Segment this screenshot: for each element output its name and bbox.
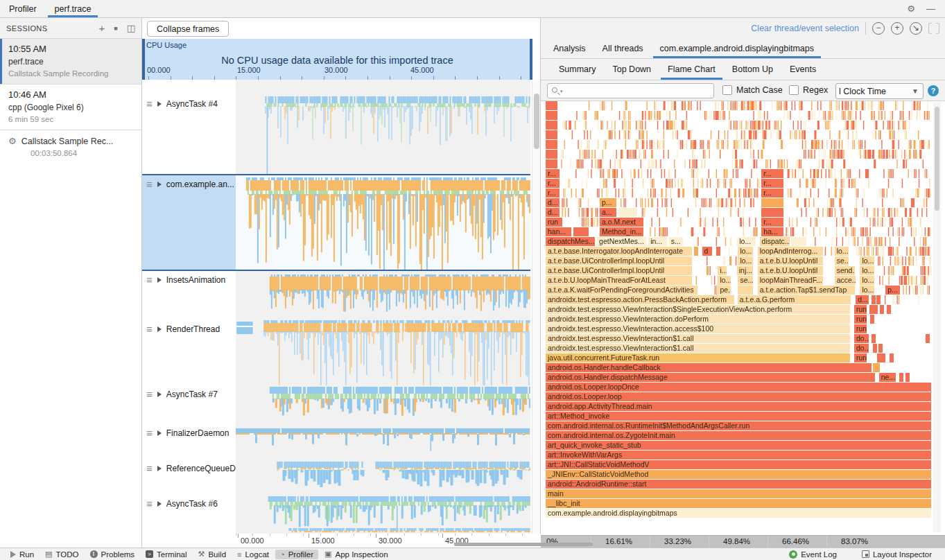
flame-segment[interactable] xyxy=(716,247,720,256)
flame-segment[interactable] xyxy=(546,130,557,139)
clock-type-dropdown[interactable]: l Clock Time ▼ xyxy=(835,83,924,99)
flame-segment[interactable] xyxy=(546,101,557,110)
thread-label[interactable]: ≡AsyncTask #7 xyxy=(142,385,236,424)
match-case-checkbox[interactable] xyxy=(722,85,732,95)
flame-segment[interactable]: acce... xyxy=(835,276,856,285)
thread-row[interactable]: ≡com.example.an... xyxy=(142,174,530,271)
session-item[interactable]: 10:55 AMperf.traceCallstack Sample Recor… xyxy=(0,39,141,85)
thread-label[interactable]: ≡AsyncTask #6 xyxy=(142,495,236,528)
thread-row[interactable]: ≡AsyncTask #4 xyxy=(142,80,530,174)
flame-segment[interactable] xyxy=(546,111,557,120)
flame-segment[interactable]: dispatc... xyxy=(760,237,790,246)
flame-segment[interactable]: android.os.Handler.dispatchMessage xyxy=(546,373,875,382)
settings-gear-icon[interactable]: ⚙ xyxy=(907,3,915,14)
subtab-top-down[interactable]: Top Down xyxy=(604,59,659,80)
flame-segment[interactable]: a... xyxy=(600,208,616,217)
flame-segment[interactable]: android.os.Looper.loop xyxy=(546,392,931,401)
flame-segment[interactable]: lo... xyxy=(860,256,874,265)
thread-activity-chart[interactable] xyxy=(236,495,530,528)
drag-handle-icon[interactable]: ≡ xyxy=(146,430,153,437)
drag-handle-icon[interactable]: ≡ xyxy=(146,326,153,333)
session-item[interactable]: 10:46 AMcpp (Google Pixel 6)6 min 59 sec xyxy=(0,85,141,130)
flame-segment[interactable]: run xyxy=(854,324,867,333)
minimize-icon[interactable]: — xyxy=(926,3,935,14)
expand-arrow-icon[interactable] xyxy=(157,501,162,507)
flame-segment[interactable]: r... xyxy=(546,179,560,188)
flame-segment[interactable]: a.t.e.base.UiControllerImpl.loopUntil xyxy=(546,256,692,265)
flame-segment[interactable]: p... xyxy=(885,286,900,295)
flame-segment[interactable]: s... xyxy=(669,237,683,246)
thread-activity-chart[interactable] xyxy=(236,80,530,174)
flame-segment[interactable]: d... xyxy=(546,198,560,207)
flame-segment[interactable]: p... xyxy=(600,198,616,207)
flame-segment[interactable] xyxy=(618,208,637,217)
search-options-caret-icon[interactable]: ▾ xyxy=(560,89,563,94)
flame-segment[interactable]: do... xyxy=(854,344,869,353)
flame-segment[interactable] xyxy=(878,344,883,353)
subtab-flame-chart[interactable]: Flame Chart xyxy=(659,59,724,80)
subtab-bottom-up[interactable]: Bottom Up xyxy=(724,59,781,80)
flame-segment[interactable]: androidx.test.espresso.ViewInteraction$1… xyxy=(546,344,850,353)
flame-segment[interactable] xyxy=(546,150,557,159)
regex-checkbox[interactable] xyxy=(789,85,799,95)
flame-segment[interactable] xyxy=(899,373,903,382)
flame-segment[interactable] xyxy=(546,159,557,168)
flame-segment[interactable]: getNextMes... xyxy=(597,237,646,246)
statusbar-item-app-inspection[interactable]: ▣App Inspection xyxy=(320,549,393,559)
flame-segment[interactable]: a.t.e.b.U.loopMainThreadForAtLeast xyxy=(546,276,692,285)
flame-segment[interactable]: com.example.android.displayingbitmaps xyxy=(546,509,931,518)
flame-segment[interactable]: pe... xyxy=(718,286,731,295)
flame-segment[interactable]: android.app.ActivityThread.main xyxy=(546,402,931,411)
subtab-events[interactable]: Events xyxy=(781,59,824,80)
flame-segment[interactable]: send... xyxy=(835,266,855,275)
expand-arrow-icon[interactable] xyxy=(157,392,162,397)
thread-label[interactable]: ≡RenderThread xyxy=(142,319,236,385)
thread-row[interactable]: ≡RenderThread xyxy=(142,319,530,385)
drag-handle-icon[interactable]: ≡ xyxy=(146,391,153,398)
window-tab-profiler[interactable]: Profiler xyxy=(0,0,46,17)
thread-label[interactable]: ≡ReferenceQueueD xyxy=(142,460,236,495)
flame-segment[interactable]: han... xyxy=(546,227,571,236)
flame-segment[interactable]: r... xyxy=(546,169,560,178)
flame-segment[interactable] xyxy=(876,295,881,304)
flame-segment[interactable]: d xyxy=(702,247,712,256)
subtab-summary[interactable]: Summary xyxy=(550,59,604,80)
flame-segment[interactable]: android.os.Handler.handleCallback xyxy=(546,363,872,372)
flame-segment[interactable]: run xyxy=(854,315,867,324)
flame-segment[interactable]: _JNIEnv::CallStaticVoidMethod xyxy=(546,470,931,479)
flame-segment[interactable]: d... xyxy=(546,208,560,217)
flame-segment[interactable]: art_quick_invoke_static_stub xyxy=(546,441,931,450)
thread-row[interactable]: ≡AsyncTask #7 xyxy=(142,385,530,424)
flame-segment[interactable]: run xyxy=(854,305,867,314)
flame-segment[interactable] xyxy=(874,305,878,314)
collapse-frames-button[interactable]: Collapse frames xyxy=(147,21,229,37)
flame-segment[interactable]: android.os.Looper.loopOnce xyxy=(546,383,931,392)
flame-segment[interactable]: ha... xyxy=(761,227,783,236)
thread-label[interactable]: ≡com.example.an... xyxy=(142,175,236,270)
flame-segment[interactable]: loopMainThreadF... xyxy=(758,276,823,285)
flame-segment[interactable]: a.t.e.a.G.perform xyxy=(738,295,851,304)
thread-activity-chart[interactable] xyxy=(236,460,530,495)
tab-all-threads[interactable]: All threads xyxy=(594,39,652,58)
statusbar-item-run[interactable]: Run xyxy=(6,550,39,559)
flame-segment[interactable]: com.android.internal.os.ZygoteInit.main xyxy=(546,431,931,440)
flame-segment[interactable]: lo... xyxy=(860,286,874,295)
flame-segment[interactable]: androidx.test.espresso.ViewInteraction$S… xyxy=(546,305,850,314)
statusbar-item-layout-inspector[interactable]: Layout Inspector xyxy=(857,550,937,559)
flame-segment[interactable] xyxy=(791,237,806,246)
flame-segment[interactable] xyxy=(890,353,894,362)
thread-activity-chart[interactable] xyxy=(236,271,530,319)
flame-segment[interactable]: loopAndInterrog... xyxy=(758,247,823,256)
flame-segment[interactable]: lo... xyxy=(718,276,731,285)
flame-segment[interactable] xyxy=(873,363,880,372)
thread-row[interactable]: ≡InsetsAnimation xyxy=(142,271,530,319)
flame-segment[interactable] xyxy=(738,286,752,295)
expand-arrow-icon[interactable] xyxy=(157,277,162,283)
zoom-in-icon[interactable]: + xyxy=(891,22,903,35)
flame-segment[interactable]: main xyxy=(546,489,931,498)
flame-segment[interactable] xyxy=(877,353,885,362)
flame-segment[interactable]: androidx.test.espresso.ViewInteraction.a… xyxy=(546,324,850,333)
flame-segment[interactable] xyxy=(546,121,557,130)
flame-segment[interactable] xyxy=(880,305,884,314)
flame-segment[interactable]: run xyxy=(546,218,562,227)
